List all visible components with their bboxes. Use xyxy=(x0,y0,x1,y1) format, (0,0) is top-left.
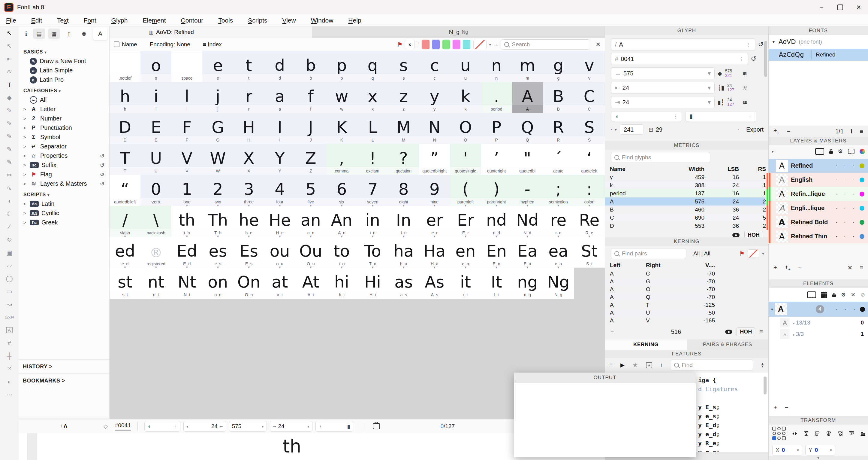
element-tool-icon[interactable]: ↖ xyxy=(0,39,19,52)
eraser-tool-icon[interactable]: ◆ xyxy=(0,91,19,104)
stack-view-icon[interactable]: ⊜ xyxy=(78,29,90,39)
chevron-down-icon[interactable]: ▾ xyxy=(762,251,764,256)
panel-resize-strip[interactable]: ▼ xyxy=(769,456,868,460)
align-center-icon[interactable] xyxy=(826,430,831,437)
anchor-point-grid[interactable] xyxy=(772,427,786,440)
eye-icon[interactable] xyxy=(725,329,732,334)
contour-tool-icon[interactable]: ↖ xyxy=(0,26,19,39)
menu-item[interactable]: Element xyxy=(143,17,166,24)
align-bottom-icon[interactable] xyxy=(860,430,866,437)
metrics-row[interactable]: k388241 xyxy=(605,181,765,189)
magnet-tool-icon[interactable]: ∿ xyxy=(0,181,19,194)
undo-icon[interactable]: ↺ xyxy=(758,40,764,48)
undo-icon[interactable]: ↺ xyxy=(751,55,756,63)
flag-filter-icon[interactable]: ⚑ xyxy=(397,41,402,48)
glyph-cell[interactable]: Ou O_u xyxy=(295,237,326,268)
glyph-cell[interactable]: st s_t xyxy=(110,268,141,299)
glyph-cell[interactable] xyxy=(574,268,605,299)
glyph-cell[interactable]: At A_t xyxy=(295,268,326,299)
glyph-cell[interactable]: 2 two xyxy=(202,175,233,206)
gear-icon[interactable]: ⚙ xyxy=(841,291,846,298)
element-row-selected[interactable]: ▾ A 4 ··· xyxy=(769,301,868,317)
rectangle-tool-icon[interactable]: ▭ xyxy=(0,285,19,298)
color-filter-swatch[interactable] xyxy=(462,39,471,50)
element-child-row[interactable]: ▵ 3/3 1 xyxy=(769,329,868,340)
remove-font-button[interactable]: − xyxy=(787,128,790,135)
kerning-row[interactable]: AC-70 xyxy=(605,270,714,278)
color-filter-swatch[interactable] xyxy=(452,39,461,50)
brush-tool-icon[interactable]: ✎ xyxy=(0,104,19,117)
play-icon[interactable]: ▶ xyxy=(620,362,625,368)
features-scrollbar[interactable] xyxy=(764,376,767,395)
glyph-cell[interactable]: Y Y xyxy=(265,144,295,175)
glyph-cell[interactable]: c c xyxy=(419,51,450,82)
glyph-cell[interactable]: space xyxy=(172,51,202,82)
glyph-cell[interactable]: a a xyxy=(265,82,295,113)
undo-icon[interactable]: ↺ xyxy=(100,162,104,169)
glyph-cell[interactable]: 7 seven xyxy=(357,175,388,206)
sidebar-item[interactable]: ∞All↺ xyxy=(23,95,109,105)
menu-item[interactable]: Font xyxy=(84,17,96,24)
right-sidebearing-group-field[interactable]: ⋮▮ xyxy=(315,421,353,432)
glyph-cell[interactable]: ( parenleft xyxy=(450,175,481,206)
layer-toggles[interactable]: ··· xyxy=(836,205,854,211)
layer-color-dot[interactable] xyxy=(860,220,864,225)
output-window[interactable]: OUTPUT xyxy=(514,373,696,457)
flip-horizontal-icon[interactable] xyxy=(792,430,798,437)
menu-item[interactable]: File xyxy=(6,17,16,24)
layer-color-dot[interactable] xyxy=(860,234,864,239)
glyph-cell[interactable]: u u xyxy=(450,51,481,82)
metrics-row[interactable]: B460362 xyxy=(605,205,765,213)
glyph-cell[interactable]: An A_n xyxy=(326,206,357,237)
panel-right-icon[interactable]: ▯ xyxy=(63,29,75,39)
glyph-cell[interactable]: re r_e xyxy=(543,206,574,237)
remove-layer-button[interactable]: − xyxy=(798,264,802,271)
tab-aovd-refined[interactable]: ▥AoVD: Refined xyxy=(110,26,312,38)
glyph-cell[interactable]: Nt N_t xyxy=(172,268,202,299)
tab-kerning[interactable]: KERNING xyxy=(605,340,687,350)
layer-row[interactable]: A Refined ··· xyxy=(769,159,868,173)
glyph-cell[interactable]: an a_n xyxy=(295,206,326,237)
transform-y-input[interactable]: Y0▾ xyxy=(805,445,835,456)
glyph-cell[interactable]: Nd N_d xyxy=(512,206,543,237)
glyph-cell[interactable]: i i xyxy=(141,82,172,113)
glyph-cell[interactable]: b b xyxy=(295,51,326,82)
sidebar-item[interactable]: >≋Layers & Masters↺ xyxy=(23,179,109,189)
clear-filter-button[interactable]: x xyxy=(405,40,414,49)
glyph-cell[interactable]: q q xyxy=(357,51,388,82)
mark-color-swatch[interactable] xyxy=(611,129,612,130)
glyph-cell[interactable]: J J xyxy=(295,113,326,144)
layer-row[interactable]: A Refin...lique ··· xyxy=(769,187,868,201)
glyph-cell[interactable]: D D xyxy=(110,113,141,144)
menu-icon[interactable]: ≡ xyxy=(609,362,613,368)
glyph-cell[interactable]: w w xyxy=(326,82,357,113)
duplicate-layer-button[interactable]: ++ xyxy=(785,264,790,271)
glyph-cell[interactable]: ® registered xyxy=(141,237,172,268)
metrics-row[interactable]: y459161 xyxy=(605,173,765,181)
undo-icon[interactable]: ↺ xyxy=(100,171,104,178)
sidebar-item[interactable]: aLatin Simple↺ xyxy=(23,66,109,75)
element-toggles[interactable]: ··· xyxy=(835,306,855,313)
glyph-cell[interactable]: In I_n xyxy=(388,206,419,237)
menu-item[interactable]: Glyph xyxy=(111,17,128,24)
glyph-cell[interactable]: He H_e xyxy=(265,206,295,237)
menu-icon[interactable]: ≡ xyxy=(760,328,763,335)
name-toggle[interactable]: Name xyxy=(122,41,137,48)
export-toggle[interactable]: Export xyxy=(746,126,764,133)
glyph-cell[interactable]: 5 five xyxy=(295,175,326,206)
glyph-cell[interactable]: it i_t xyxy=(450,268,481,299)
glyph-cell[interactable]: in i_n xyxy=(357,206,388,237)
left-group-input[interactable]: ◖⋮ xyxy=(611,111,682,121)
up-arrow-icon[interactable]: ↑ xyxy=(660,362,663,368)
sidebar-item[interactable]: >⌂Properties↺ xyxy=(23,151,109,161)
minimize-button[interactable]: – xyxy=(812,0,831,15)
exchange-icon[interactable]: ✕ xyxy=(847,264,853,271)
glyph-cell[interactable]: f f xyxy=(295,82,326,113)
glyph-cell[interactable]: O O xyxy=(450,113,481,144)
metrics-tool-icon[interactable]: ⇤ xyxy=(0,52,19,65)
rapid-tool-icon[interactable]: ✎ xyxy=(0,155,19,169)
glyph-cell[interactable]: S S xyxy=(574,113,605,144)
menu-item[interactable]: Scripts xyxy=(248,17,267,24)
glyph-search-input[interactable]: Search xyxy=(501,39,590,50)
glyph-cell[interactable]: d d xyxy=(265,51,295,82)
